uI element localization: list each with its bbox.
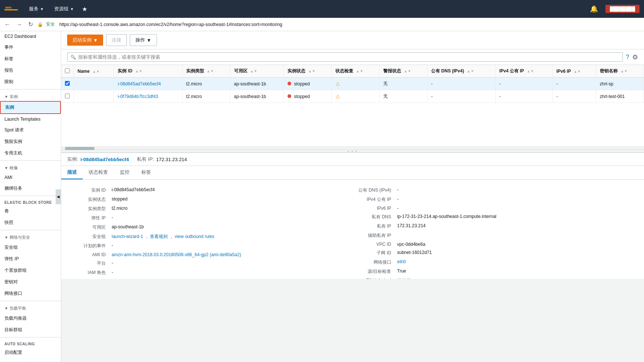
sidebar-item-tags[interactable]: 标签 [0, 53, 61, 65]
row1-checkbox[interactable] [65, 81, 70, 86]
col-name[interactable]: Name ▲▼ [74, 65, 114, 78]
detail-row-secondary-ip: 辅助私有 IP [353, 231, 638, 240]
instance-id-sort-icon: ▲▼ [135, 69, 142, 73]
sidebar-item-limits[interactable]: 限制 [0, 76, 61, 88]
sidebar-item-dedicated-hosts[interactable]: 专用主机 [0, 147, 61, 159]
sidebar-item-elastic-ips[interactable]: 弹性 IP [0, 253, 61, 265]
nav-resources[interactable]: 资源组 ▼ [50, 0, 78, 18]
col-instance-type[interactable]: 实例类型 ▲▼ [182, 65, 230, 78]
ipv4-sort-icon: ▲▼ [527, 69, 534, 73]
search-input[interactable] [78, 54, 620, 60]
refresh-button[interactable]: ↻ [27, 21, 34, 28]
services-chevron-icon: ▼ [40, 7, 44, 11]
launch-instance-button[interactable]: 启动实例 ▼ [67, 35, 103, 46]
sidebar-section-instances[interactable]: ▼ 实例 [0, 91, 61, 101]
sidebar-section-network[interactable]: ▼ 网络与安全 [0, 232, 61, 242]
detail-row-platform: 平台 - [67, 259, 353, 268]
sidebar-item-ec2-dashboard[interactable]: EC2 Dashboard [0, 31, 61, 42]
ipv6-sort-icon: ▲▼ [574, 69, 581, 74]
tab-status-checks[interactable]: 状态检查 [83, 166, 114, 179]
instances-table-container: Name ▲▼ 实例 ID ▲▼ 实例类型 ▲▼ 可用区 [61, 65, 644, 147]
sidebar-item-volumes[interactable]: 卷 [0, 205, 61, 217]
table-scrollbar-thumb[interactable] [65, 147, 95, 150]
tab-description[interactable]: 描述 [61, 166, 83, 179]
sidebar-item-launch-configs[interactable]: 启动配置 [0, 347, 61, 358]
col-alarm-status[interactable]: 警报状态 ▲▼ [380, 65, 427, 78]
connect-button[interactable]: 连接 [106, 34, 127, 46]
col-public-dns[interactable]: 公有 DNS (IPv4) ▲▼ [427, 65, 496, 78]
table-row[interactable]: i-08d845ad7ebb5ecf4 t2.micro ap-southeas… [61, 78, 644, 90]
url-text[interactable]: https://ap-southeast-1.console.aws.amazo… [59, 22, 641, 27]
nav-star-icon[interactable]: ★ [82, 6, 87, 13]
forward-button[interactable]: → [15, 21, 24, 28]
col-instance-id[interactable]: 实例 ID ▲▼ [114, 65, 182, 78]
sidebar-item-security-groups[interactable]: 安全组 [0, 242, 61, 253]
sidebar-divider-6 [0, 337, 61, 337]
detail-instance-label: 实例: [67, 156, 78, 163]
sidebar-collapse-button[interactable]: ◀ [56, 189, 61, 204]
row2-state: stopped [284, 90, 332, 103]
row2-checkbox-cell[interactable] [61, 90, 74, 103]
sidebar-item-ami[interactable]: AMI [0, 172, 61, 183]
row1-checkbox-cell[interactable] [61, 78, 74, 90]
sidebar-item-reports[interactable]: 报告 [0, 65, 61, 76]
nav-services[interactable]: 服务 ▼ [25, 0, 47, 18]
sidebar-item-load-balancers[interactable]: 负载均衡器 [0, 313, 61, 324]
sidebar-item-reserved-instances[interactable]: 预留实例 [0, 136, 61, 147]
sidebar-section-images[interactable]: ▼ 映像 [0, 162, 61, 172]
search-settings-icon[interactable]: ⚙ [632, 53, 638, 61]
resize-handle[interactable]: • • • [61, 150, 644, 153]
col-ipv6[interactable]: IPv6 IP ▲▼ [552, 65, 596, 78]
detail-left-section: 实例 ID i-08d845ad7ebb5ecf4 实例状态 stopped 实… [67, 186, 353, 279]
tab-monitoring[interactable]: 监控 [114, 166, 135, 179]
back-button[interactable]: ← [3, 21, 12, 28]
detail-row-ipv6: IPv6 IP - [353, 204, 638, 212]
col-key-name[interactable]: 密钥名称 ▲▼ [596, 65, 644, 78]
sidebar-item-spot-requests[interactable]: Spot 请求 [0, 124, 61, 136]
row2-ipv6: - [552, 90, 596, 103]
sidebar-divider-3 [0, 196, 61, 196]
row1-az: ap-southeast-1b [230, 78, 284, 90]
aws-logo[interactable]: aws [4, 3, 19, 15]
col-checkbox[interactable] [61, 65, 74, 78]
search-help-icon[interactable]: ? [626, 54, 629, 61]
sidebar-section-load-balancing[interactable]: ▼ 负载平衡 [0, 303, 61, 313]
detail-row-instance-id: 实例 ID i-08d845ad7ebb5ecf4 [67, 186, 353, 195]
sidebar-item-placement-groups[interactable]: 个置放群组 [0, 265, 61, 276]
sidebar-item-target-groups[interactable]: 目标群组 [0, 324, 61, 336]
top-navigation: aws 服务 ▼ 资源组 ▼ ★ 🔔 ████████ [0, 0, 644, 18]
row2-az: ap-southeast-1b [230, 90, 284, 103]
sidebar-item-launch-templates[interactable]: Launch Templates [0, 114, 61, 124]
notification-bell-icon[interactable]: 🔔 [590, 5, 598, 13]
row2-alarm: 无 [380, 90, 427, 103]
sidebar-item-auto-scaling-groups[interactable]: Auto Scaling 组 [0, 358, 61, 362]
user-menu[interactable]: ████████ [605, 5, 640, 13]
sidebar-item-network-interfaces[interactable]: 网络接口 [0, 288, 61, 299]
row2-instance-id[interactable]: i-0f79d64b7fcc3df43 [114, 90, 182, 103]
sidebar-item-instances[interactable]: 实例 [0, 101, 61, 114]
detail-instance-id[interactable]: i-08d845ad7ebb5ecf4 [80, 157, 129, 162]
table-scrollbar[interactable] [61, 147, 644, 150]
tab-tags[interactable]: 标签 [135, 166, 157, 179]
select-all-checkbox[interactable] [65, 68, 70, 73]
detail-row-instance-type: 实例类型 t2.micro [67, 204, 353, 213]
row1-instance-id[interactable]: i-08d845ad7ebb5ecf4 [114, 78, 182, 90]
row1-key: zhrt-sp [596, 78, 644, 90]
sidebar-item-key-pairs[interactable]: 密钥对 [0, 276, 61, 288]
sidebar-divider-2 [0, 160, 61, 161]
col-ipv4[interactable]: IPv4 公有 IP ▲▼ [495, 65, 552, 78]
sidebar-item-bundle-tasks[interactable]: 捆绑任务 [0, 183, 61, 194]
col-availability-zone[interactable]: 可用区 ▲▼ [230, 65, 284, 78]
sidebar-item-events[interactable]: 事件 [0, 42, 61, 53]
table-row[interactable]: i-0f79d64b7fcc3df43 t2.micro ap-southeas… [61, 90, 644, 103]
sidebar-item-snapshots[interactable]: 快照 [0, 217, 61, 228]
col-status-check[interactable]: 状态检查 ▲▼ [332, 65, 380, 78]
row2-checkbox[interactable] [65, 94, 70, 98]
col-instance-state[interactable]: 实例状态 ▲▼ [284, 65, 332, 78]
instance-type-sort-icon: ▲▼ [207, 69, 214, 73]
row1-name [74, 78, 114, 90]
svg-text:aws: aws [5, 6, 12, 9]
actions-button[interactable]: 操作 ▼ [130, 34, 157, 46]
table-header-row: Name ▲▼ 实例 ID ▲▼ 实例类型 ▲▼ 可用区 [61, 65, 644, 78]
row1-status-check [332, 78, 380, 90]
